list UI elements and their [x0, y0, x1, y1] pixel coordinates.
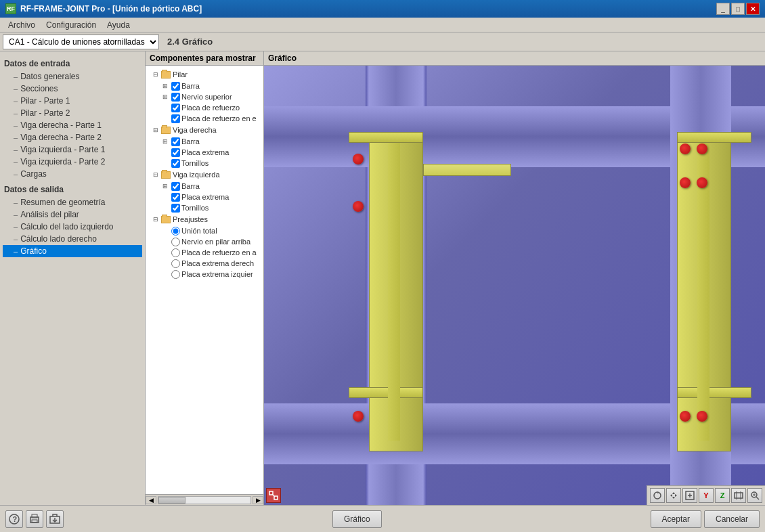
nav-viga-izquierda-parte1[interactable]: Viga izquierda - Parte 1 — [3, 143, 142, 156]
expand-barra-icon[interactable]: ⊞ — [160, 81, 170, 91]
graphic-btn-7[interactable] — [747, 488, 762, 503]
tree-union-total[interactable]: Unión total — [147, 225, 262, 236]
tree-container: ⊟ Pilar ⊞ Barra ⊞ Nervio superior Placa … — [146, 66, 263, 494]
aceptar-button[interactable]: Aceptar — [651, 510, 701, 528]
nav-datos-generales[interactable]: Datos generales — [3, 70, 142, 83]
tree-placa-refuerzo[interactable]: Placa de refuerzo — [147, 102, 262, 113]
checkbox-vd-placa[interactable] — [171, 148, 180, 157]
tree-viga-derecha-placa[interactable]: Placa extrema — [147, 147, 262, 158]
radio-nervio-pilar-arriba[interactable] — [171, 238, 180, 246]
tree-viga-derecha-barra[interactable]: ⊞ Barra — [147, 136, 262, 147]
checkbox-vd-barra[interactable] — [171, 137, 180, 146]
checkbox-nervio-superior[interactable] — [171, 93, 180, 102]
tree-placa-refuerzo-e[interactable]: Placa de refuerzo en e — [147, 113, 262, 124]
placa-refuerzo-a-label: Placa de refuerzo en a — [181, 248, 257, 257]
radio-union-total[interactable] — [171, 227, 180, 236]
graphic-btn-6[interactable] — [731, 488, 746, 503]
bolt-5 — [697, 143, 707, 154]
nav-calculo-derecho[interactable]: Cálculo lado derecho — [3, 233, 142, 245]
tree-placa-refuerzo-a[interactable]: Placa de refuerzo en a — [147, 247, 262, 258]
scrollbar-thumb[interactable] — [158, 497, 185, 504]
expand-viga-derecha-icon[interactable]: ⊟ — [151, 125, 160, 135]
menu-configuracion[interactable]: Configuración — [41, 19, 102, 31]
tree-viga-derecha-tornillos[interactable]: Tornillos — [147, 158, 262, 169]
tree-viga-izquierda[interactable]: ⊟ Viga izquierda — [147, 169, 262, 181]
minimize-button[interactable]: _ — [716, 3, 730, 15]
nav-pilar-parte2[interactable]: Pilar - Parte 2 — [3, 107, 142, 119]
expand-preajustes-icon[interactable]: ⊟ — [151, 215, 160, 224]
expand-vi-barra-icon[interactable]: ⊞ — [160, 181, 170, 191]
nav-viga-derecha-parte2[interactable]: Viga derecha - Parte 2 — [3, 131, 142, 143]
nav-grafico[interactable]: Gráfico — [3, 245, 142, 257]
tree-pilar-barra[interactable]: ⊞ Barra — [147, 81, 262, 91]
expand-placa-e-icon[interactable] — [160, 114, 170, 123]
expand-nervio-icon[interactable]: ⊞ — [160, 92, 170, 102]
expand-graphic-button[interactable] — [266, 488, 281, 503]
output-section-header: Datos de salida — [3, 183, 142, 196]
cancelar-button[interactable]: Cancelar — [704, 510, 760, 528]
spacer-placa-a — [160, 248, 170, 257]
tree-nervio-pilar-arriba[interactable]: Nervio en pilar arriba — [147, 236, 262, 247]
menu-archivo[interactable]: Archivo — [3, 19, 41, 31]
menu-ayuda[interactable]: Ayuda — [102, 19, 135, 31]
expand-vi-placa-icon[interactable] — [160, 192, 170, 202]
print-icon — [29, 514, 40, 525]
radio-placa-extrema-derecha[interactable] — [171, 259, 180, 268]
tree-placa-extrema-izquierda[interactable]: Placa extrema izquier — [147, 269, 262, 280]
tree-placa-extrema-derecha[interactable]: Placa extrema derech — [147, 258, 262, 269]
expand-vd-tornillos-icon[interactable] — [160, 158, 170, 168]
tree-nervio-superior[interactable]: ⊞ Nervio superior — [147, 91, 262, 102]
scroll-right-arrow[interactable]: ▶ — [253, 496, 263, 504]
graphic-btn-3[interactable] — [682, 488, 697, 503]
nav-cargas[interactable]: Cargas — [3, 168, 142, 180]
title-bar-buttons[interactable]: _ □ ✕ — [716, 3, 760, 15]
tree-vi-placa[interactable]: Placa extrema — [147, 192, 262, 202]
bottom-left-buttons: ? — [5, 510, 64, 528]
tree-pilar[interactable]: ⊟ Pilar — [147, 68, 262, 81]
export-button[interactable] — [46, 510, 64, 528]
tree-preajustes[interactable]: ⊟ Preajustes — [147, 213, 262, 225]
graphic-btn-4[interactable]: Y — [699, 488, 714, 503]
checkbox-vi-barra[interactable] — [171, 182, 180, 191]
grafico-button[interactable]: Gráfico — [332, 510, 382, 528]
checkbox-vd-tornillos[interactable] — [171, 159, 180, 168]
scrollbar-track[interactable] — [158, 496, 251, 504]
checkbox-placa-refuerzo-e[interactable] — [171, 114, 180, 123]
stiffener-plate — [423, 164, 511, 176]
expand-pilar-icon[interactable]: ⊟ — [151, 70, 160, 79]
scroll-left-arrow[interactable]: ◀ — [146, 496, 156, 504]
checkbox-pilar-barra[interactable] — [171, 82, 180, 91]
move-icon — [669, 491, 678, 500]
radio-placa-extrema-izquierda[interactable] — [171, 270, 180, 279]
nav-pilar-parte1[interactable]: Pilar - Parte 1 — [3, 95, 142, 107]
expand-viga-izquierda-icon[interactable]: ⊟ — [151, 170, 160, 179]
bolt-1 — [353, 154, 364, 164]
nav-viga-derecha-parte1[interactable]: Viga derecha - Parte 1 — [3, 119, 142, 131]
expand-vd-barra-icon[interactable]: ⊞ — [160, 137, 170, 146]
middle-panel-scrollbar[interactable]: ◀ ▶ — [146, 494, 263, 505]
calculation-select[interactable]: CA1 - Cálculo de uniones atornilladas — [3, 35, 159, 49]
nav-viga-izquierda-parte2[interactable]: Viga izquierda - Parte 2 — [3, 156, 142, 168]
expand-placa-icon[interactable] — [160, 103, 170, 112]
tree-vi-tornillos[interactable]: Tornillos — [147, 202, 262, 213]
graphic-btn-1[interactable] — [650, 488, 665, 503]
expand-vi-tornillos-icon[interactable] — [160, 203, 170, 213]
print-button[interactable] — [26, 510, 43, 528]
nav-calculo-izquierdo[interactable]: Cálculo del lado izquierdo — [3, 221, 142, 233]
checkbox-vi-placa[interactable] — [171, 193, 180, 202]
expand-vd-placa-icon[interactable] — [160, 148, 170, 157]
nav-secciones[interactable]: Secciones — [3, 83, 142, 95]
maximize-button[interactable]: □ — [731, 3, 745, 15]
tree-vi-barra[interactable]: ⊞ Barra — [147, 181, 262, 192]
graphic-btn-2[interactable] — [666, 488, 681, 503]
checkbox-vi-tornillos[interactable] — [171, 204, 180, 213]
graphic-btn-5[interactable]: Z — [715, 488, 730, 503]
pilar-label: Pilar — [173, 70, 188, 79]
nav-resumen-geometria[interactable]: Resumen de geometría — [3, 196, 142, 208]
close-button[interactable]: ✕ — [746, 3, 760, 15]
radio-placa-refuerzo-a[interactable] — [171, 248, 180, 257]
tree-viga-derecha[interactable]: ⊟ Viga derecha — [147, 124, 262, 136]
checkbox-placa-refuerzo[interactable] — [171, 104, 180, 112]
nav-analisis-pilar[interactable]: Análisis del pilar — [3, 208, 142, 221]
help-button[interactable]: ? — [5, 510, 23, 528]
